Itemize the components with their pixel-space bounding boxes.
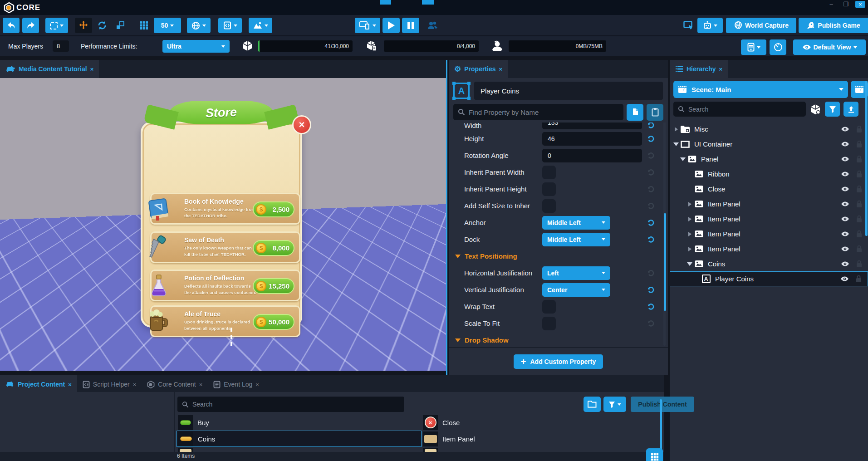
- lock-icon[interactable]: [856, 170, 863, 178]
- visibility-eye-icon[interactable]: [841, 246, 849, 252]
- reset-property-icon[interactable]: [646, 302, 655, 311]
- property-checkbox[interactable]: [542, 166, 556, 179]
- visibility-eye-icon[interactable]: [841, 186, 849, 192]
- redo-button[interactable]: [22, 18, 39, 33]
- new-folder-button[interactable]: [584, 397, 601, 412]
- save-dropdown[interactable]: [741, 39, 766, 55]
- close-tab-icon[interactable]: ×: [199, 381, 203, 388]
- property-checkbox[interactable]: [542, 182, 556, 196]
- content-item-buy[interactable]: × Buy: [177, 414, 422, 431]
- lock-icon[interactable]: [856, 140, 863, 148]
- expanded-caret-icon[interactable]: [673, 142, 679, 146]
- property-value-input[interactable]: 0: [542, 149, 642, 162]
- reset-property-icon[interactable]: [646, 151, 655, 160]
- panel-splitter[interactable]: [446, 60, 447, 375]
- hierarchy-filter-button[interactable]: [825, 102, 840, 117]
- content-item-item-panel[interactable]: × Item Panel: [422, 431, 698, 447]
- scale-tool-button[interactable]: [113, 18, 128, 33]
- tab-core-content[interactable]: Core Content×: [142, 375, 208, 393]
- hierarchy-row[interactable]: A Close: [670, 181, 868, 196]
- grid-size-dropdown[interactable]: 50: [154, 18, 181, 33]
- expanded-caret-icon[interactable]: [680, 157, 686, 161]
- property-dropdown[interactable]: Middle Left: [542, 233, 610, 246]
- maximize-button[interactable]: ❐: [841, 1, 851, 8]
- pause-button[interactable]: [402, 18, 419, 33]
- reset-property-icon[interactable]: [646, 201, 655, 210]
- reset-property-icon[interactable]: [646, 319, 655, 328]
- object-name-input[interactable]: Player Coins: [474, 82, 663, 100]
- add-custom-property-button[interactable]: +Add Custom Property: [514, 354, 603, 369]
- close-tab-icon[interactable]: ×: [90, 66, 94, 73]
- reset-property-icon[interactable]: [646, 168, 655, 177]
- world-space-dropdown[interactable]: [187, 18, 211, 33]
- hierarchy-row[interactable]: A Misc: [670, 122, 868, 137]
- viewport-3d-scene[interactable]: zx Store × Book of Knowledge Contains my…: [0, 78, 446, 371]
- hierarchy-row[interactable]: A Panel: [670, 152, 868, 167]
- section-caret-icon[interactable]: [455, 255, 461, 258]
- properties-scrollbar[interactable]: [664, 213, 666, 311]
- collapsed-caret-icon[interactable]: [688, 247, 691, 251]
- visibility-eye-icon[interactable]: [841, 201, 849, 207]
- hierarchy-row[interactable]: A Item Panel: [670, 211, 868, 226]
- property-dropdown[interactable]: Center: [542, 283, 610, 297]
- visibility-eye-icon[interactable]: [841, 126, 849, 132]
- close-tab-icon[interactable]: ×: [133, 381, 137, 388]
- screen-capture-button[interactable]: [681, 18, 696, 33]
- tab-event-log[interactable]: Event Log×: [208, 375, 265, 393]
- visibility-eye-icon[interactable]: [841, 216, 849, 222]
- store-close-button[interactable]: ×: [292, 115, 311, 134]
- lock-icon[interactable]: [856, 185, 863, 193]
- tab-media-content-tutorial[interactable]: Media Content Tutorial×: [0, 60, 99, 78]
- hierarchy-export-button[interactable]: [843, 102, 858, 117]
- minimize-button[interactable]: –: [826, 1, 836, 8]
- visibility-eye-icon[interactable]: [840, 276, 849, 282]
- tab-properties[interactable]: ⚙ Properties×: [449, 60, 508, 78]
- hierarchy-row[interactable]: A Coins: [670, 256, 868, 271]
- undo-button[interactable]: [3, 18, 20, 33]
- player-coins-widget[interactable]: $ 15,582,871: [186, 347, 277, 365]
- section-caret-icon[interactable]: [455, 338, 461, 342]
- visibility-eye-icon[interactable]: [841, 261, 849, 267]
- close-tab-icon[interactable]: ×: [719, 66, 723, 73]
- device-preview-dropdown[interactable]: [355, 18, 380, 33]
- terrain-dropdown[interactable]: [249, 18, 272, 33]
- visibility-eye-icon[interactable]: [841, 171, 849, 177]
- lock-icon[interactable]: [856, 155, 863, 163]
- performance-gauge-button[interactable]: [770, 39, 786, 55]
- store-item-card[interactable]: Book of Knowledge Contains mystical know…: [150, 193, 300, 225]
- hierarchy-row[interactable]: A Ribbon: [670, 167, 868, 181]
- visibility-eye-icon[interactable]: [841, 231, 849, 237]
- copy-properties-button[interactable]: [627, 104, 643, 121]
- property-dropdown[interactable]: Middle Left: [542, 216, 610, 230]
- sidebar-item[interactable]: [0, 413, 174, 430]
- max-players-input[interactable]: 8: [53, 40, 69, 52]
- hierarchy-scrollbar[interactable]: [865, 81, 868, 236]
- store-item-card[interactable]: Saw of Death The only known weapon that …: [150, 231, 300, 263]
- hierarchy-row[interactable]: A Item Panel: [670, 241, 868, 256]
- content-search-input[interactable]: Search: [177, 397, 404, 412]
- content-filter-dropdown[interactable]: [603, 397, 626, 412]
- tab-script-helper[interactable]: Script Helper×: [77, 375, 142, 393]
- visibility-eye-icon[interactable]: [841, 156, 849, 162]
- property-value-input[interactable]: 46: [542, 132, 642, 146]
- template-dropdown[interactable]: [218, 18, 242, 33]
- property-checkbox[interactable]: [542, 300, 556, 314]
- hierarchy-row[interactable]: A UI Container: [670, 137, 868, 152]
- lock-icon[interactable]: [856, 125, 863, 133]
- lock-icon[interactable]: [856, 245, 863, 253]
- multiplayer-preview-button[interactable]: [425, 18, 440, 33]
- performance-limits-dropdown[interactable]: Ultra: [162, 40, 230, 53]
- collapsed-caret-icon[interactable]: [688, 232, 691, 236]
- reset-property-icon[interactable]: [646, 134, 655, 143]
- reset-property-icon[interactable]: [646, 218, 655, 227]
- hierarchy-search-input[interactable]: Search: [673, 102, 806, 117]
- property-dropdown[interactable]: Left: [542, 266, 610, 280]
- close-tab-icon[interactable]: ×: [499, 66, 503, 73]
- content-item-coins[interactable]: × Coins: [177, 431, 422, 447]
- store-item-card[interactable]: Ale of Truce Upon drinking, truce is dec…: [150, 305, 300, 337]
- paste-properties-button[interactable]: [647, 104, 663, 121]
- collapsed-caret-icon[interactable]: [688, 217, 691, 221]
- store-item-card[interactable]: Potion of Deflection Deflects all insult…: [150, 270, 300, 301]
- ai-assistant-dropdown[interactable]: [697, 18, 723, 33]
- property-checkbox[interactable]: [542, 199, 556, 213]
